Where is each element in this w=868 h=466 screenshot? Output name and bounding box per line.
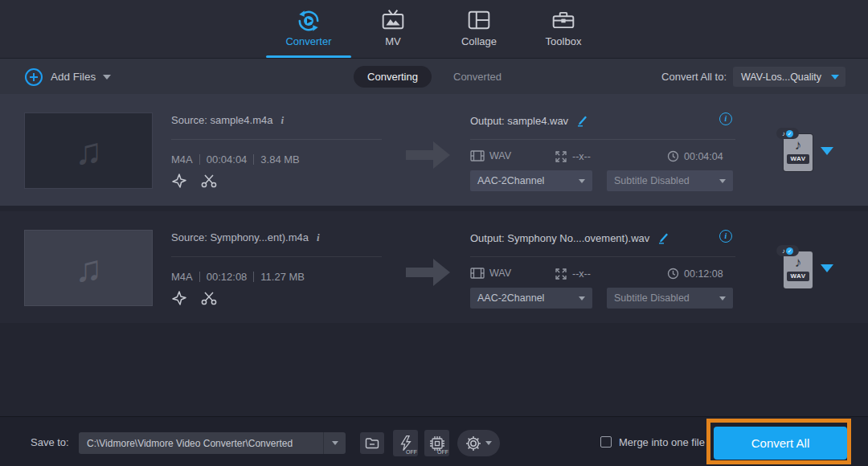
output-profile-dropdown[interactable]: WAV-Los...Quality bbox=[733, 67, 845, 87]
converter-icon bbox=[266, 5, 351, 34]
tab-converting[interactable]: Converting bbox=[354, 66, 432, 88]
source-filename: Source: Symphony...ent).m4a bbox=[171, 231, 309, 243]
convert-all-button[interactable]: Convert All bbox=[714, 427, 847, 460]
settings-button[interactable] bbox=[457, 430, 500, 456]
format-caret-icon[interactable] bbox=[821, 147, 833, 155]
audio-settings-dropdown[interactable]: AAC-2Channel bbox=[470, 288, 592, 309]
tab-label: Toolbox bbox=[521, 35, 606, 47]
audio-thumbnail: ♫ bbox=[24, 112, 153, 189]
converting-label: Converting bbox=[367, 71, 418, 83]
format-value: M4A bbox=[171, 153, 193, 166]
output-format-value: WAV bbox=[489, 150, 511, 161]
separator bbox=[253, 154, 254, 165]
add-files-label: Add Files bbox=[51, 71, 96, 83]
toolbox-icon bbox=[521, 5, 606, 34]
settings-caret-icon bbox=[485, 441, 492, 445]
duration-value: 00:04:04 bbox=[207, 153, 248, 166]
edit-effects-icon[interactable] bbox=[171, 290, 187, 309]
output-format-value: WAV bbox=[489, 268, 511, 279]
tab-label: Converter bbox=[266, 35, 351, 47]
row-divider bbox=[470, 256, 735, 257]
tab-converted[interactable]: Converted bbox=[453, 71, 502, 83]
top-navigation: Converter MV Collage bbox=[0, 0, 868, 58]
open-folder-button[interactable] bbox=[360, 432, 384, 454]
merge-label: Merge into one file bbox=[619, 436, 705, 448]
tab-mv[interactable]: MV bbox=[350, 5, 436, 58]
source-filename: Source: sample4.m4a bbox=[171, 114, 272, 126]
cut-icon[interactable] bbox=[200, 174, 218, 191]
music-note-icon: ♫ bbox=[75, 129, 103, 173]
filesize-value: 11.27 MB bbox=[260, 271, 305, 283]
dropdown-caret-icon bbox=[831, 75, 839, 80]
tab-collage[interactable]: Collage bbox=[436, 5, 522, 58]
film-icon bbox=[470, 150, 485, 161]
off-label: OFF bbox=[437, 449, 448, 455]
source-info-icon[interactable]: i bbox=[280, 114, 284, 127]
row-divider bbox=[171, 139, 382, 140]
file-toolbar: Add Files Converting Converted Convert A… bbox=[0, 58, 868, 94]
audio-thumbnail: ♫ bbox=[24, 230, 153, 306]
save-path-dropdown[interactable]: C:\Vidmore\Vidmore Video Converter\Conve… bbox=[79, 432, 346, 454]
path-caret-zone[interactable] bbox=[323, 432, 346, 454]
dropdown-caret-icon bbox=[332, 441, 338, 445]
resolution-expand-icon bbox=[555, 268, 567, 280]
output-format-file-icon[interactable]: ♪ WAV bbox=[784, 134, 813, 171]
convert-arrow-icon bbox=[406, 141, 451, 169]
resolution-expand-icon bbox=[555, 150, 567, 163]
music-note-icon: ♪ bbox=[782, 130, 785, 137]
subtitle-dropdown[interactable]: Subtitle Disabled bbox=[607, 170, 733, 191]
file-type-badge: WAV bbox=[787, 272, 809, 281]
edit-effects-icon[interactable] bbox=[171, 173, 187, 192]
format-caret-icon[interactable] bbox=[821, 264, 833, 272]
file-row: ♫ Source: Symphony...ent).m4a i M4A 00:1… bbox=[0, 211, 868, 323]
dropdown-caret-icon bbox=[719, 296, 726, 300]
convert-arrow-icon bbox=[406, 259, 451, 286]
tv-icon bbox=[350, 5, 436, 34]
music-note-icon: ♫ bbox=[75, 247, 103, 290]
output-filename: Output: sample4.wav bbox=[470, 115, 568, 127]
save-path-value: C:\Vidmore\Vidmore Video Converter\Conve… bbox=[79, 438, 323, 449]
cut-icon[interactable] bbox=[200, 291, 218, 309]
rename-pencil-icon[interactable] bbox=[576, 114, 589, 127]
add-files-button[interactable]: Add Files bbox=[24, 66, 111, 88]
clock-icon bbox=[667, 268, 679, 280]
audio-settings-dropdown[interactable]: AAC-2Channel bbox=[470, 170, 592, 191]
music-note-icon: ♪ bbox=[795, 255, 802, 269]
save-to-label: Save to: bbox=[31, 436, 69, 448]
off-label: OFF bbox=[406, 449, 417, 455]
audio-check-badge: ♪ ✓ bbox=[776, 245, 799, 256]
music-note-icon: ♪ bbox=[795, 138, 802, 152]
tab-toolbox[interactable]: Toolbox bbox=[521, 5, 606, 58]
hardware-acceleration-button[interactable]: OFF bbox=[393, 430, 418, 456]
output-format-file-icon[interactable]: ♪ WAV bbox=[784, 251, 813, 288]
merge-checkbox[interactable] bbox=[600, 436, 612, 448]
resolution-value: --x-- bbox=[572, 151, 591, 162]
row-divider bbox=[171, 256, 382, 257]
rename-pencil-icon[interactable] bbox=[657, 231, 670, 244]
add-files-caret-icon bbox=[103, 75, 111, 80]
convert-all-to-label: Convert All to: bbox=[661, 71, 727, 83]
file-row: ♫ Source: sample4.m4a i M4A 00:04:04 3.8… bbox=[0, 94, 868, 206]
separator bbox=[199, 154, 200, 165]
output-info-icon[interactable]: i bbox=[719, 112, 732, 125]
output-info-icon[interactable]: i bbox=[719, 230, 732, 243]
audio-check-badge: ♪ ✓ bbox=[776, 128, 799, 139]
gpu-acceleration-button[interactable]: OFF bbox=[424, 430, 449, 456]
resolution-value: --x-- bbox=[572, 268, 591, 280]
tab-label: MV bbox=[350, 35, 436, 47]
footer-bar: Save to: C:\Vidmore\Vidmore Video Conver… bbox=[0, 416, 868, 466]
tab-converter[interactable]: Converter bbox=[266, 5, 351, 58]
duration-value: 00:12:08 bbox=[207, 271, 248, 283]
plus-circle-icon bbox=[24, 67, 43, 87]
subtitle-dropdown[interactable]: Subtitle Disabled bbox=[607, 288, 733, 309]
row-divider bbox=[470, 139, 735, 140]
subtitle-value: Subtitle Disabled bbox=[614, 292, 719, 304]
clock-icon bbox=[667, 150, 679, 162]
file-type-badge: WAV bbox=[787, 154, 809, 164]
output-filename: Output: Symphony No....ovement).wav bbox=[470, 232, 649, 244]
format-value: M4A bbox=[171, 271, 193, 283]
audio-settings-value: AAC-2Channel bbox=[477, 175, 579, 186]
output-duration-value: 00:12:08 bbox=[684, 268, 723, 280]
source-info-icon[interactable]: i bbox=[317, 231, 320, 244]
dropdown-caret-icon bbox=[719, 179, 726, 183]
